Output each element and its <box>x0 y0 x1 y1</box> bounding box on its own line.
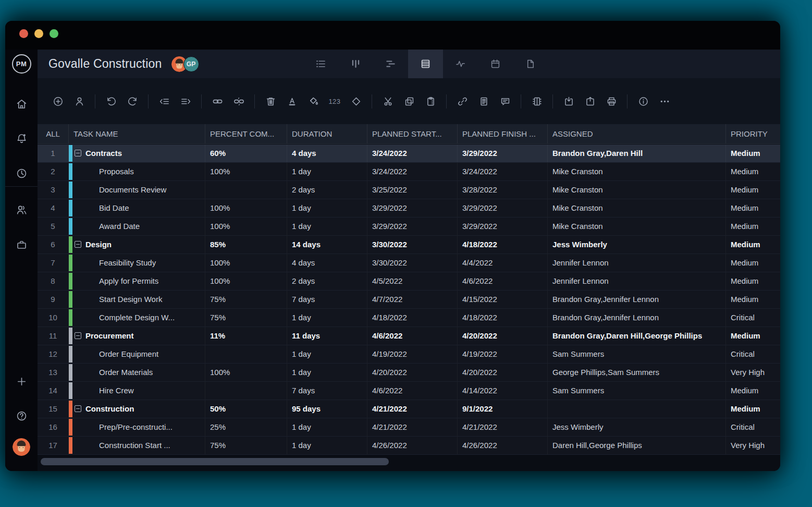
task-name-cell[interactable]: Order Materials <box>69 364 205 381</box>
copy-button[interactable] <box>400 92 418 110</box>
table-row[interactable]: 3Documents Review2 days3/25/20223/28/202… <box>38 181 780 199</box>
unlink-tasks-button[interactable] <box>230 92 248 110</box>
duration-cell[interactable]: 1 day <box>287 218 367 235</box>
duration-cell[interactable]: 1 day <box>287 163 367 180</box>
assigned-cell[interactable] <box>548 400 726 418</box>
duration-cell[interactable]: 1 day <box>287 437 367 454</box>
finish-cell[interactable]: 4/18/2022 <box>458 309 548 327</box>
row-number[interactable]: 2 <box>38 163 69 180</box>
start-cell[interactable]: 4/6/2022 <box>367 382 458 400</box>
task-name-cell[interactable]: Complete Design W... <box>69 309 205 327</box>
outdent-button[interactable] <box>155 92 173 110</box>
table-row[interactable]: 2Proposals100%1 day3/24/20223/24/2022Mik… <box>38 163 780 181</box>
start-cell[interactable]: 4/5/2022 <box>367 272 458 290</box>
columns-button[interactable] <box>528 92 546 110</box>
table-row[interactable]: 7Feasibility Study100%4 days3/30/20224/4… <box>38 254 780 272</box>
table-row[interactable]: 16Prep/Pre-constructi...25%1 day4/21/202… <box>38 418 780 437</box>
finish-cell[interactable]: 3/29/2022 <box>458 144 548 162</box>
duration-cell[interactable]: 1 day <box>287 364 367 381</box>
sidebar-portfolio-button[interactable] <box>12 235 31 254</box>
sidebar-add-button[interactable] <box>12 372 31 391</box>
task-name-cell[interactable]: Award Date <box>69 218 205 235</box>
zoom-button[interactable] <box>50 29 58 38</box>
percent-cell[interactable] <box>205 345 287 363</box>
task-name-cell[interactable]: Design <box>69 236 205 254</box>
info-button[interactable] <box>634 92 652 110</box>
priority-cell[interactable]: Medium <box>726 327 780 345</box>
table-row[interactable]: 4Bid Date100%1 day3/29/20223/29/2022Mike… <box>38 199 780 218</box>
start-cell[interactable]: 3/25/2022 <box>367 181 458 199</box>
table-row[interactable]: 5Award Date100%1 day3/29/20223/29/2022Mi… <box>38 218 780 236</box>
finish-cell[interactable]: 4/15/2022 <box>458 291 548 308</box>
import-button[interactable] <box>560 92 577 110</box>
attachment-button[interactable] <box>453 92 471 110</box>
row-number[interactable]: 14 <box>38 382 69 400</box>
priority-cell[interactable]: Critical <box>726 309 780 327</box>
member-avatar-initials[interactable]: GP <box>183 56 199 72</box>
priority-cell[interactable]: Critical <box>726 345 780 363</box>
column-header-percent-com[interactable]: PERCENT COM... <box>205 124 287 144</box>
finish-cell[interactable]: 4/20/2022 <box>458 327 548 345</box>
priority-cell[interactable]: Medium <box>726 199 780 217</box>
percent-cell[interactable]: 25% <box>205 418 287 436</box>
assigned-cell[interactable]: Jennifer Lennon <box>548 272 726 290</box>
priority-cell[interactable]: Medium <box>726 291 780 308</box>
row-number[interactable]: 10 <box>38 309 69 327</box>
row-number[interactable]: 16 <box>38 418 69 436</box>
column-header-duration[interactable]: DURATION <box>287 124 367 144</box>
start-cell[interactable]: 3/30/2022 <box>367 236 458 254</box>
assigned-cell[interactable]: Mike Cranston <box>548 181 726 199</box>
task-name-cell[interactable]: Hire Crew <box>69 382 205 400</box>
close-button[interactable] <box>19 29 28 38</box>
priority-cell[interactable]: Medium <box>726 144 780 162</box>
duration-cell[interactable]: 7 days <box>287 291 367 308</box>
view-tab-sheet[interactable] <box>408 50 443 78</box>
duration-cell[interactable]: 11 days <box>287 327 367 345</box>
row-number[interactable]: 4 <box>38 199 69 217</box>
finish-cell[interactable]: 3/29/2022 <box>458 218 548 235</box>
finish-cell[interactable]: 4/18/2022 <box>458 236 548 254</box>
start-cell[interactable]: 4/21/2022 <box>367 418 458 436</box>
task-name-cell[interactable]: Order Equipment <box>69 345 205 363</box>
percent-cell[interactable]: 100% <box>205 163 287 180</box>
table-row[interactable]: 6Design85%14 days3/30/20224/18/2022Jess … <box>38 236 780 254</box>
assigned-cell[interactable]: Sam Summers <box>548 345 726 363</box>
assigned-cell[interactable]: Mike Cranston <box>548 218 726 235</box>
notes-button[interactable] <box>475 92 493 110</box>
task-name-cell[interactable]: Construction Start ... <box>69 437 205 454</box>
start-cell[interactable]: 4/20/2022 <box>367 364 458 381</box>
column-header-assigned[interactable]: ASSIGNED <box>548 124 726 144</box>
fill-color-button[interactable] <box>304 92 322 110</box>
duration-cell[interactable]: 1 day <box>287 345 367 363</box>
add-task-button[interactable] <box>49 92 67 110</box>
task-name-cell[interactable]: Apply for Permits <box>69 272 205 290</box>
priority-cell[interactable]: Medium <box>726 382 780 400</box>
cut-button[interactable] <box>379 92 397 110</box>
task-name-cell[interactable]: Feasibility Study <box>69 254 205 272</box>
column-header-planned-finish[interactable]: PLANNED FINISH ... <box>458 124 548 144</box>
task-name-cell[interactable]: Start Design Work <box>69 291 205 308</box>
row-number[interactable]: 6 <box>38 236 69 254</box>
percent-cell[interactable]: 60% <box>205 144 287 162</box>
sidebar-timesheets-button[interactable] <box>12 164 31 183</box>
start-cell[interactable]: 4/21/2022 <box>367 400 458 418</box>
horizontal-scrollbar[interactable] <box>41 458 389 465</box>
finish-cell[interactable]: 4/4/2022 <box>458 254 548 272</box>
finish-cell[interactable]: 4/20/2022 <box>458 364 548 381</box>
project-members[interactable]: GP <box>171 56 199 72</box>
finish-cell[interactable]: 4/21/2022 <box>458 418 548 436</box>
comment-button[interactable] <box>496 92 514 110</box>
row-number[interactable]: 12 <box>38 345 69 363</box>
start-cell[interactable]: 4/19/2022 <box>367 345 458 363</box>
sidebar-notifications-button[interactable] <box>12 129 31 148</box>
row-number[interactable]: 9 <box>38 291 69 308</box>
percent-cell[interactable] <box>205 382 287 400</box>
assigned-cell[interactable]: Sam Summers <box>548 382 726 400</box>
row-number[interactable]: 17 <box>38 437 69 454</box>
row-number[interactable]: 8 <box>38 272 69 290</box>
number-format-button[interactable]: 123 <box>326 92 343 110</box>
start-cell[interactable]: 3/30/2022 <box>367 254 458 272</box>
percent-cell[interactable]: 75% <box>205 291 287 308</box>
print-button[interactable] <box>602 92 620 110</box>
assigned-cell[interactable]: Brandon Gray,Daren Hill <box>548 144 726 162</box>
